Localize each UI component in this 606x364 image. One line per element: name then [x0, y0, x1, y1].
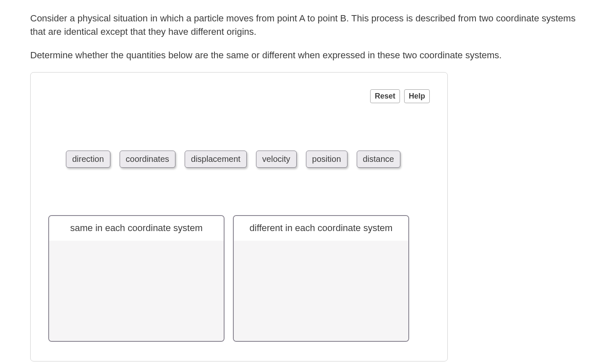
top-buttons: Reset Help — [370, 89, 430, 103]
bin-different-header: different in each coordinate system — [234, 216, 408, 241]
chips-row: direction coordinates displacement veloc… — [66, 151, 400, 168]
chip-distance[interactable]: distance — [357, 151, 401, 168]
chip-displacement[interactable]: displacement — [185, 151, 247, 168]
question-para-1: Consider a physical situation in which a… — [30, 12, 584, 39]
bin-same[interactable]: same in each coordinate system — [48, 215, 225, 342]
bin-different-body[interactable] — [234, 241, 408, 341]
question-text: Consider a physical situation in which a… — [30, 12, 584, 62]
chip-coordinates[interactable]: coordinates — [120, 151, 175, 168]
bin-different[interactable]: different in each coordinate system — [233, 215, 409, 342]
reset-button[interactable]: Reset — [370, 89, 400, 103]
bin-same-body[interactable] — [49, 241, 224, 341]
bin-same-header: same in each coordinate system — [49, 216, 224, 241]
question-para-2: Determine whether the quantities below a… — [30, 49, 584, 62]
chip-velocity[interactable]: velocity — [256, 151, 297, 168]
activity-panel: Reset Help direction coordinates displac… — [30, 72, 448, 361]
chip-position[interactable]: position — [306, 151, 347, 168]
bins-row: same in each coordinate system different… — [48, 215, 409, 342]
chip-direction[interactable]: direction — [66, 151, 110, 168]
help-button[interactable]: Help — [404, 89, 430, 103]
